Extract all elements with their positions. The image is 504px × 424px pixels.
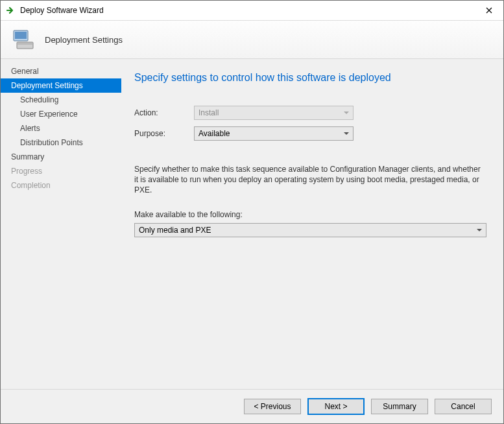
chevron-down-icon bbox=[344, 132, 349, 135]
content-pane: Specify settings to control how this sof… bbox=[121, 59, 503, 389]
purpose-combo[interactable]: Available bbox=[194, 126, 354, 141]
purpose-label: Purpose: bbox=[134, 129, 194, 138]
description-text: Specify whether to make this task sequen… bbox=[134, 164, 485, 196]
chevron-down-icon bbox=[477, 229, 482, 231]
nav-item-distribution-points[interactable]: Distribution Points bbox=[1, 135, 121, 150]
action-row: Action: Install bbox=[134, 106, 485, 120]
close-icon bbox=[486, 7, 492, 14]
purpose-value: Available bbox=[198, 129, 344, 138]
available-label: Make available to the following: bbox=[134, 210, 485, 219]
wizard-arrow-icon bbox=[6, 5, 16, 16]
available-value: Only media and PXE bbox=[139, 226, 477, 235]
banner-title: Deployment Settings bbox=[45, 35, 123, 45]
purpose-row: Purpose: Available bbox=[134, 126, 485, 141]
action-label: Action: bbox=[134, 108, 194, 117]
body: GeneralDeployment SettingsSchedulingUser… bbox=[1, 59, 503, 389]
previous-button[interactable]: < Previous bbox=[244, 399, 301, 414]
wizard-nav: GeneralDeployment SettingsSchedulingUser… bbox=[1, 59, 121, 389]
available-combo[interactable]: Only media and PXE bbox=[134, 223, 486, 237]
wizard-window: Deploy Software Wizard Deployment Settin… bbox=[0, 0, 504, 424]
nav-item-summary[interactable]: Summary bbox=[1, 150, 121, 164]
nav-item-progress: Progress bbox=[1, 164, 121, 178]
nav-item-alerts[interactable]: Alerts bbox=[1, 121, 121, 135]
titlebar: Deploy Software Wizard bbox=[1, 1, 503, 21]
nav-item-scheduling[interactable]: Scheduling bbox=[1, 93, 121, 107]
footer: < Previous Next > Summary Cancel bbox=[1, 389, 503, 423]
next-button[interactable]: Next > bbox=[307, 398, 365, 415]
svg-rect-3 bbox=[18, 43, 32, 45]
summary-button[interactable]: Summary bbox=[371, 399, 428, 414]
nav-item-deployment-settings[interactable]: Deployment Settings bbox=[1, 78, 121, 93]
cancel-button[interactable]: Cancel bbox=[435, 399, 492, 414]
window-title: Deploy Software Wizard bbox=[20, 6, 474, 15]
nav-item-completion: Completion bbox=[1, 178, 121, 193]
action-combo: Install bbox=[194, 106, 354, 120]
svg-rect-1 bbox=[15, 32, 27, 39]
chevron-down-icon bbox=[344, 112, 349, 114]
action-value: Install bbox=[198, 108, 344, 117]
nav-item-user-experience[interactable]: User Experience bbox=[1, 107, 121, 121]
computer-icon bbox=[10, 27, 36, 53]
banner: Deployment Settings bbox=[1, 21, 503, 59]
nav-item-general[interactable]: General bbox=[1, 64, 121, 78]
page-heading: Specify settings to control how this sof… bbox=[134, 72, 485, 84]
close-button[interactable] bbox=[474, 1, 503, 20]
